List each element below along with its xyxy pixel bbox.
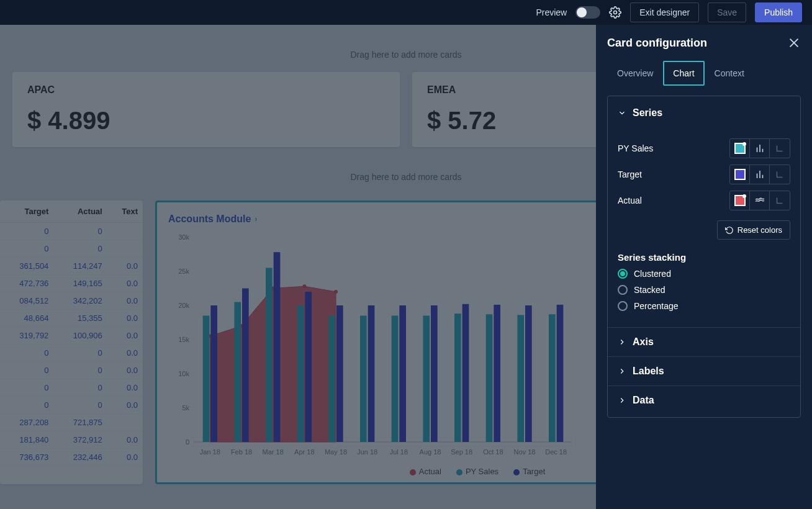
svg-rect-30 (368, 305, 375, 442)
table-header: Text (107, 200, 143, 223)
accordion-series: Series PY SalesTargetActual Reset colors… (608, 99, 800, 328)
radio-icon (618, 301, 628, 311)
svg-rect-24 (305, 292, 312, 442)
table-row[interactable]: 000.0 (0, 345, 143, 362)
chevron-right-icon (618, 396, 626, 405)
table-header: Target (0, 200, 53, 223)
svg-point-0 (614, 11, 617, 14)
area-chart-icon[interactable] (750, 191, 770, 210)
svg-rect-14 (203, 316, 210, 443)
tab-overview[interactable]: Overview (607, 61, 663, 86)
svg-rect-29 (360, 316, 367, 443)
table-row[interactable]: 000.0 (0, 397, 143, 414)
svg-text:May 18: May 18 (325, 448, 347, 456)
accordion-header-labels[interactable]: Labels (608, 357, 800, 385)
radio-icon (618, 269, 628, 279)
card-configuration-panel: Card configuration Overview Chart Contex… (596, 25, 812, 509)
table-row[interactable]: 361,504114,2470.0 (0, 258, 143, 275)
chevron-right-icon: › (255, 215, 257, 223)
legend-item[interactable]: Target (513, 467, 545, 476)
data-table: TargetActualText 0000361,504114,2470.047… (0, 200, 143, 466)
config-tabs: Overview Chart Context (607, 61, 801, 86)
svg-text:10k: 10k (178, 370, 189, 377)
svg-text:Mar 18: Mar 18 (263, 448, 284, 456)
accordion-data: Data (608, 386, 800, 415)
svg-rect-15 (210, 305, 217, 442)
svg-text:Nov 18: Nov 18 (514, 448, 536, 456)
stacking-option[interactable]: Percentage (618, 301, 790, 311)
table-row[interactable]: 000.0 (0, 379, 143, 397)
legend-item[interactable]: Actual (410, 467, 441, 476)
svg-text:5k: 5k (182, 404, 189, 412)
svg-text:20k: 20k (178, 302, 189, 309)
table-row[interactable]: 736,673232,4460.0 (0, 449, 143, 466)
legend-dot-icon (456, 469, 462, 475)
accordion-header-axis[interactable]: Axis (608, 328, 800, 356)
data-table-card[interactable]: TargetActualText 0000361,504114,2470.047… (0, 200, 143, 484)
legend-dot-icon (513, 469, 520, 475)
save-button[interactable]: Save (708, 2, 746, 22)
kpi-card-apac[interactable]: APAC $ 4.899 (12, 72, 400, 147)
color-swatch[interactable] (730, 191, 750, 210)
series-config-row: PY Sales (618, 138, 790, 158)
table-row[interactable]: 00 (0, 223, 143, 240)
tab-context[interactable]: Context (705, 61, 754, 86)
table-row[interactable]: 181,840372,9120.0 (0, 431, 143, 449)
series-label: Actual (618, 196, 642, 205)
reset-colors-button[interactable]: Reset colors (717, 220, 790, 240)
radio-icon (618, 285, 628, 295)
svg-rect-33 (399, 305, 406, 442)
close-icon[interactable] (787, 36, 801, 50)
bar-chart-icon[interactable] (750, 165, 770, 184)
accordion-header-data[interactable]: Data (608, 386, 800, 415)
series-config-row: Target (618, 164, 790, 184)
axis-side-icon[interactable] (770, 165, 790, 184)
svg-text:Jul 18: Jul 18 (390, 448, 408, 456)
bar-chart-icon[interactable] (750, 139, 770, 158)
kpi-title: APAC (27, 84, 385, 96)
table-row[interactable]: 48,66415,3550.0 (0, 310, 143, 327)
svg-rect-27 (336, 305, 343, 442)
exit-designer-button[interactable]: Exit designer (630, 2, 699, 22)
publish-button[interactable]: Publish (755, 2, 802, 22)
svg-rect-20 (266, 268, 273, 443)
svg-rect-41 (486, 314, 493, 442)
stacking-option[interactable]: Stacked (618, 285, 790, 295)
svg-rect-36 (431, 305, 438, 442)
color-swatch[interactable] (730, 165, 750, 184)
svg-rect-47 (549, 314, 556, 442)
tab-chart[interactable]: Chart (663, 61, 704, 86)
svg-rect-42 (494, 305, 500, 442)
svg-rect-21 (274, 252, 281, 442)
series-stacking-title: Series stacking (618, 252, 790, 263)
legend-item[interactable]: PY Sales (456, 467, 498, 476)
table-row[interactable]: 319,792100,9060.0 (0, 327, 143, 345)
svg-text:Jun 18: Jun 18 (357, 448, 377, 456)
chart-plot: 05k10k15k20k25k30kJan 18Feb 18Mar 18Apr … (168, 231, 578, 461)
accordion-header-series[interactable]: Series (608, 99, 800, 127)
gear-icon[interactable] (609, 6, 621, 19)
svg-text:Sep 18: Sep 18 (451, 448, 472, 456)
svg-text:Feb 18: Feb 18 (231, 448, 252, 456)
preview-toggle[interactable] (575, 6, 600, 19)
stacking-option[interactable]: Clustered (618, 269, 790, 279)
table-row[interactable]: 287,208721,875 (0, 414, 143, 431)
axis-side-icon[interactable] (770, 139, 790, 158)
color-swatch[interactable] (730, 139, 750, 158)
table-row[interactable]: 084,512342,2020.0 (0, 292, 143, 310)
svg-rect-38 (454, 313, 461, 442)
table-row[interactable]: 00 (0, 240, 143, 258)
axis-side-icon[interactable] (770, 191, 790, 210)
series-label: PY Sales (618, 143, 653, 153)
svg-point-13 (334, 290, 338, 294)
svg-point-12 (302, 284, 306, 288)
svg-rect-17 (234, 302, 241, 443)
svg-text:Dec 18: Dec 18 (545, 448, 567, 456)
svg-rect-39 (462, 304, 469, 442)
svg-text:15k: 15k (178, 336, 189, 343)
table-row[interactable]: 472,736149,1650.0 (0, 275, 143, 292)
accordion-axis: Axis (608, 328, 800, 357)
svg-text:Aug 18: Aug 18 (420, 448, 441, 456)
svg-rect-44 (517, 315, 524, 442)
table-row[interactable]: 000.0 (0, 362, 143, 379)
